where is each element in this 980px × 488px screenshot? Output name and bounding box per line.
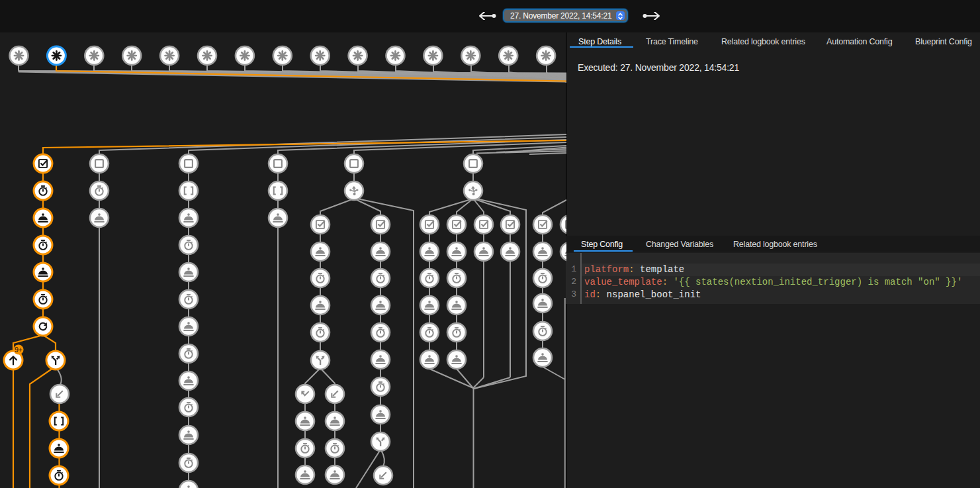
svg-text:9+: 9+: [15, 346, 22, 354]
